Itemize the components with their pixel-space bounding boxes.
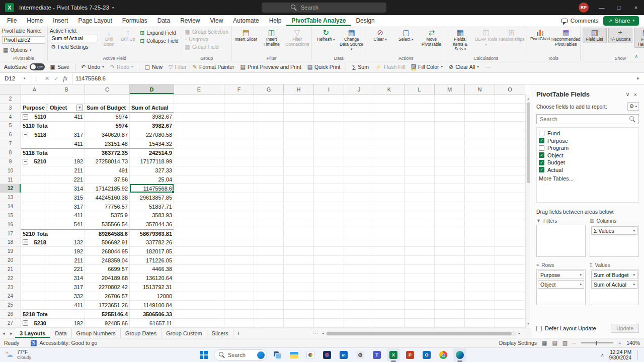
cell-J7[interactable]	[344, 139, 374, 148]
cell-O25[interactable]	[495, 301, 525, 310]
cell-E3[interactable]	[174, 104, 224, 113]
maximize-button[interactable]: □	[611, 0, 627, 15]
cell-G17[interactable]	[254, 229, 284, 238]
cell-E18[interactable]	[174, 238, 224, 247]
cell-F19[interactable]	[224, 247, 254, 256]
cell-K10[interactable]	[374, 166, 405, 175]
cell-G23[interactable]	[254, 283, 284, 292]
clear-all-button[interactable]: ⊘Clear All▾	[446, 63, 481, 71]
fields-search-input[interactable]	[540, 116, 629, 122]
cell-G14[interactable]	[254, 202, 284, 211]
cell-M19[interactable]	[435, 247, 465, 256]
cell-D10[interactable]: 327.33	[130, 166, 174, 175]
cell-L19[interactable]	[405, 247, 435, 256]
sheet-tab-group-custom[interactable]: Group Custom	[162, 328, 207, 338]
scroll-down-icon[interactable]: ▼	[526, 321, 531, 327]
cell-K17[interactable]	[374, 229, 405, 238]
filters-area-dropzone[interactable]	[536, 225, 586, 257]
cell-G20[interactable]	[254, 256, 284, 265]
cell-B22[interactable]: 314	[48, 274, 85, 283]
cell-G2[interactable]	[254, 95, 284, 104]
checkbox-object[interactable]: ✓	[539, 152, 544, 158]
relationships-button[interactable]: ⊞Relationships	[500, 28, 524, 43]
cell-I10[interactable]	[314, 166, 344, 175]
cell-G13[interactable]	[254, 193, 284, 202]
cell-B21[interactable]: 221	[48, 265, 85, 274]
cell-I24[interactable]	[314, 292, 344, 301]
active-field-input[interactable]	[50, 35, 98, 42]
field-pill-sum-of-actual[interactable]: Sum of Actual▾	[591, 280, 637, 289]
cell-G21[interactable]	[254, 265, 284, 274]
cell-O22[interactable]	[495, 274, 525, 283]
drill-down-button[interactable]: ↓ Drill Down	[101, 28, 117, 48]
cell-M12[interactable]	[435, 184, 465, 193]
cell-A22[interactable]	[21, 274, 48, 283]
cell-H3[interactable]	[284, 104, 314, 113]
sheet-nav-left-icon[interactable]: ◂	[0, 331, 8, 336]
cell-E5[interactable]	[174, 122, 224, 131]
row-header-11[interactable]: 11	[0, 175, 21, 185]
cell-L4[interactable]	[405, 113, 435, 122]
cell-N4[interactable]	[465, 113, 495, 122]
redo-button[interactable]: ↷Redo▾	[108, 63, 136, 71]
collapse-field-button[interactable]: ⊟ Collapse Field	[139, 38, 180, 44]
cell-N11[interactable]	[465, 175, 495, 185]
cell-A15[interactable]	[21, 211, 48, 220]
cell-C4[interactable]: 5974	[85, 113, 130, 122]
cell-I22[interactable]	[314, 274, 344, 283]
cell-O27[interactable]	[495, 319, 525, 328]
column-header-E[interactable]: E	[174, 84, 224, 95]
powerpoint-icon[interactable]: P	[404, 348, 417, 361]
cell-I14[interactable]	[314, 202, 344, 211]
cell-N26[interactable]	[465, 310, 495, 319]
cell-K6[interactable]	[374, 130, 405, 139]
cell-L14[interactable]	[405, 202, 435, 211]
cell-J4[interactable]	[344, 113, 374, 122]
cell-N8[interactable]	[465, 148, 495, 157]
cell-D25[interactable]: 1149100.84	[130, 301, 174, 310]
cell-E9[interactable]	[174, 157, 224, 166]
cell-D7[interactable]: 15434.32	[130, 139, 174, 148]
cell-J14[interactable]	[344, 202, 374, 211]
file-explorer-icon[interactable]	[287, 348, 300, 361]
ribbon-tab-formulas[interactable]: Formulas	[117, 15, 152, 26]
column-header-J[interactable]: J	[344, 84, 374, 95]
cell-C6[interactable]: 340620.87	[85, 130, 130, 139]
name-box[interactable]: ▾	[0, 73, 32, 84]
zoom-level[interactable]: 140%	[626, 340, 640, 346]
confirm-entry-icon[interactable]: ✓	[54, 75, 58, 82]
cell-I18[interactable]	[314, 238, 344, 247]
cell-I21[interactable]	[314, 265, 344, 274]
cell-M24[interactable]	[435, 292, 465, 301]
cell-K7[interactable]	[374, 139, 405, 148]
settings-icon[interactable]: ⚙	[354, 348, 367, 361]
cell-K26[interactable]	[374, 310, 405, 319]
cell-D16[interactable]: 357044.36	[130, 220, 174, 229]
field-list-button[interactable]: ▥Field List	[583, 28, 607, 43]
cell-L16[interactable]	[405, 220, 435, 229]
cell-F2[interactable]	[224, 95, 254, 104]
cell-I9[interactable]	[314, 157, 344, 166]
cell-E14[interactable]	[174, 202, 224, 211]
cell-H17[interactable]	[284, 229, 314, 238]
cell-C18[interactable]: 506692.91	[85, 238, 130, 247]
horizontal-scroll-thumb[interactable]	[327, 332, 512, 335]
cell-O17[interactable]	[495, 229, 525, 238]
cell-B17[interactable]	[48, 229, 85, 238]
formula-input-area[interactable]	[72, 73, 631, 84]
cell-H13[interactable]	[284, 193, 314, 202]
cell-G16[interactable]	[254, 220, 284, 229]
defer-layout-checkbox[interactable]	[536, 326, 542, 331]
cell-C16[interactable]: 535566.54	[85, 220, 130, 229]
sheet-tab-group-numbers[interactable]: Group Numbers	[72, 328, 121, 338]
linkedin-icon[interactable]: in	[337, 348, 350, 361]
column-header-L[interactable]: L	[405, 84, 435, 95]
columns-area-dropzone[interactable]: Σ Values▾	[590, 225, 639, 257]
cell-L21[interactable]	[405, 265, 435, 274]
cell-B25[interactable]: 411	[48, 301, 85, 310]
cell-F12[interactable]	[224, 184, 254, 193]
checkbox-fund[interactable]	[539, 131, 544, 136]
cell-M7[interactable]	[435, 139, 465, 148]
cell-F3[interactable]	[224, 104, 254, 113]
scroll-up-icon[interactable]: ▲	[526, 96, 531, 102]
